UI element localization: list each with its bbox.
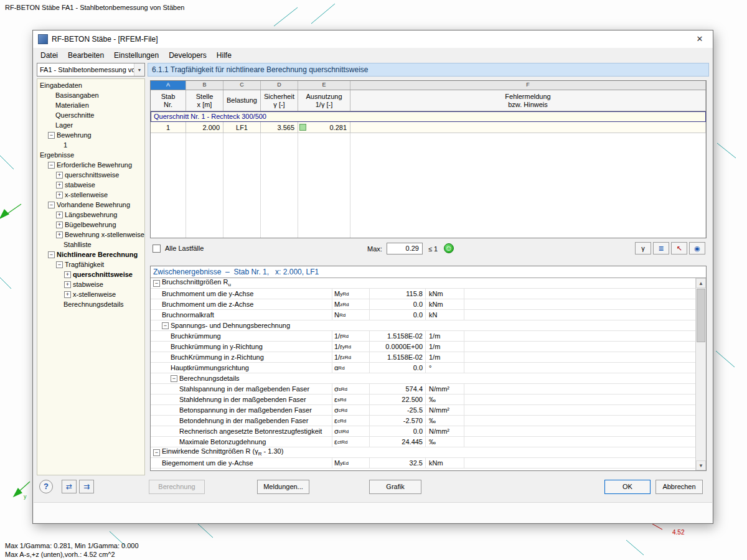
details-row[interactable]: Stahldehnung in der maßgebenden FaserεsR…: [151, 394, 695, 405]
tree-item-nichtlineare-berechnung[interactable]: −Nichtlineare Berechnung: [37, 250, 144, 259]
details-row[interactable]: Biegemoment um die y-AchseMyEd32.5kNm: [151, 458, 695, 469]
tree-item-label: Vorhandene Bewehrung: [57, 201, 130, 208]
tree-item-bewehrung-x-stellenweise[interactable]: +Bewehrung x-stellenweise: [37, 230, 144, 240]
scroll-down-icon[interactable]: ▼: [696, 460, 706, 470]
collapse-icon[interactable]: −: [48, 251, 55, 258]
details-label: Bruchkrümmung: [151, 331, 332, 341]
menu-einstellungen[interactable]: Einstellungen: [109, 49, 164, 62]
filter-gamma-exceeded-icon[interactable]: γ: [635, 242, 651, 254]
tree-item-stabweise[interactable]: +stabweise: [37, 279, 144, 289]
tree-item-bewehrung[interactable]: −Bewehrung: [37, 130, 144, 140]
ok-smiley-icon: ☺: [444, 243, 454, 253]
details-row[interactable]: BruchKrümmung in z-Richtung1/rzRd1.5158E…: [151, 352, 695, 363]
details-group-row[interactable]: −Bruchschnittgrößen Ru: [151, 278, 695, 289]
details-symbol: 1/rzRd: [332, 352, 370, 362]
details-row[interactable]: Betondehnung in der maßgebenden FaserεcR…: [151, 416, 695, 426]
details-group-row[interactable]: −Spannungs- und Dehnungsberechnung: [151, 320, 695, 331]
collapse-icon[interactable]: −: [153, 449, 160, 456]
all-loadcases-checkbox[interactable]: [153, 245, 161, 253]
details-row[interactable]: Betonspannung in der maßgebenden Faserσc…: [151, 405, 695, 416]
help-icon[interactable]: ?: [39, 480, 53, 493]
expand-icon[interactable]: +: [64, 281, 71, 288]
tree-item-stabweise[interactable]: +stabweise: [37, 180, 144, 190]
details-group-row[interactable]: −Berechnungsdetails: [151, 373, 695, 384]
expand-icon[interactable]: +: [56, 231, 63, 238]
view-mode-icon[interactable]: ◉: [689, 242, 705, 254]
tree-item-x-stellenweise[interactable]: +x-stellenweise: [37, 190, 144, 200]
expand-icon[interactable]: +: [56, 172, 63, 179]
collapse-icon[interactable]: −: [48, 132, 55, 139]
collapse-icon[interactable]: −: [153, 280, 160, 287]
collapse-icon[interactable]: −: [48, 202, 55, 208]
expand-icon[interactable]: +: [56, 212, 63, 218]
section-group-row[interactable]: Querschnitt Nr. 1 - Rechteck 300/500: [151, 111, 706, 122]
grafik-button[interactable]: Grafik: [369, 480, 421, 494]
details-row[interactable]: Maximale BetonzugdehnungεctRd24.445‰: [151, 437, 695, 447]
tree-item-tragf-higkeit[interactable]: −Tragfähigkeit: [37, 259, 144, 269]
tree-item-vorhandene-bewehrung[interactable]: −Vorhandene Bewehrung: [37, 200, 144, 210]
details-row[interactable]: Rechnerisch angesetzte Betonrestzugfesti…: [151, 426, 695, 437]
column-letter-c[interactable]: C: [223, 81, 261, 90]
tree-item-berechnungsdetails[interactable]: Berechnungsdetails: [37, 299, 144, 309]
tree-item-stahlliste[interactable]: Stahlliste: [37, 240, 144, 250]
abbrechen-button[interactable]: Abbrechen: [655, 480, 703, 494]
collapse-icon[interactable]: −: [56, 261, 63, 268]
menu-bearbeiten[interactable]: Bearbeiten: [63, 49, 109, 62]
tree-item-1[interactable]: 1: [37, 140, 144, 150]
collapse-icon[interactable]: −: [48, 162, 55, 169]
collapse-icon[interactable]: −: [162, 322, 169, 329]
column-header-stab: StabNr.: [151, 90, 186, 111]
close-icon[interactable]: ✕: [687, 30, 713, 48]
cell-fehlermeldung: [350, 122, 706, 133]
collapse-icon[interactable]: −: [171, 375, 177, 382]
tree-item-b-gelbewehrung[interactable]: +Bügelbewehrung: [37, 220, 144, 230]
meldungen-button[interactable]: Meldungen...: [257, 480, 309, 494]
details-row[interactable]: Bruchmoment um die z-AchseMzRd0.0kNm: [151, 299, 695, 310]
tree-item-querschnittsweise[interactable]: +querschnittsweise: [37, 170, 144, 180]
tree-item-querschnitte[interactable]: Querschnitte: [37, 110, 144, 120]
tree-item-x-stellenweise[interactable]: +x-stellenweise: [37, 289, 144, 299]
tree-item-erforderliche-bewehrung[interactable]: −Erforderliche Bewehrung: [37, 160, 144, 170]
scroll-thumb[interactable]: [697, 289, 705, 342]
details-row[interactable]: HauptkrümmungsrichtungαRd0.0°: [151, 363, 695, 373]
group-label-text: Bruchschnittgrößen Ru: [162, 278, 231, 287]
column-letter-a[interactable]: A: [151, 81, 186, 90]
result-bars-icon[interactable]: ≣: [653, 242, 669, 254]
results-row[interactable]: 12.000LF13.5650.281: [151, 122, 706, 133]
column-letter-f[interactable]: F: [350, 81, 706, 90]
column-letter-e[interactable]: E: [298, 81, 350, 90]
tree-item-basisangaben[interactable]: Basisangaben: [37, 90, 144, 100]
details-group-row[interactable]: −Einwirkende Schnittgrößen R (γR - 1.30): [151, 447, 695, 458]
cell-sicherheit: 3.565: [261, 122, 298, 133]
expand-icon[interactable]: +: [56, 182, 63, 189]
scroll-up-icon[interactable]: ▲: [696, 278, 706, 288]
jump-input-icon[interactable]: ⇄: [62, 480, 77, 493]
column-letter-d[interactable]: D: [261, 81, 298, 90]
details-row[interactable]: Bruchmoment um die y-AchseMyRd115.8kNm: [151, 289, 695, 299]
select-in-graphic-icon[interactable]: ↖: [671, 242, 687, 254]
expand-icon[interactable]: +: [56, 222, 63, 228]
tree-item-l-ngsbewehrung[interactable]: +Längsbewehrung: [37, 210, 144, 220]
details-scrollbar[interactable]: ▲ ▼: [695, 278, 706, 470]
details-row[interactable]: Stahlspannung in der maßgebenden Faserσs…: [151, 384, 695, 394]
menu-datei[interactable]: Datei: [35, 49, 63, 62]
jump-output-icon[interactable]: ⇉: [79, 480, 94, 493]
design-case-selector[interactable]: FA1 - Stahlbetonbemessung vo ▼: [37, 63, 145, 77]
expand-icon[interactable]: +: [64, 291, 71, 298]
menu-hilfe[interactable]: Hilfe: [212, 49, 237, 62]
expand-icon[interactable]: +: [64, 271, 71, 278]
ok-button[interactable]: OK: [604, 480, 651, 494]
details-row[interactable]: BruchnormalkraftNRd0.0kN: [151, 310, 695, 320]
menu-developers[interactable]: Developers: [164, 49, 212, 62]
tree-item-querschnittsweise[interactable]: +querschnittsweise: [37, 269, 144, 279]
tree-item-eingabedaten[interactable]: Eingabedaten: [37, 80, 144, 90]
details-row[interactable]: Bruchkrümmung in y-Richtung1/ryRd0.0000E…: [151, 342, 695, 352]
rf-beton-dialog: RF-BETON Stäbe - [RFEM-File] ✕ DateiBear…: [32, 30, 713, 524]
expand-icon[interactable]: +: [56, 192, 63, 198]
tree-item-ergebnisse[interactable]: Ergebnisse: [37, 150, 144, 160]
tree-item-lager[interactable]: Lager: [37, 120, 144, 130]
cell-stelle: 2.000: [186, 122, 223, 133]
tree-item-materialien[interactable]: Materialien: [37, 100, 144, 110]
column-letter-b[interactable]: B: [186, 81, 223, 90]
details-row[interactable]: Bruchkrümmung1/rRd1.5158E-021/m: [151, 331, 695, 342]
